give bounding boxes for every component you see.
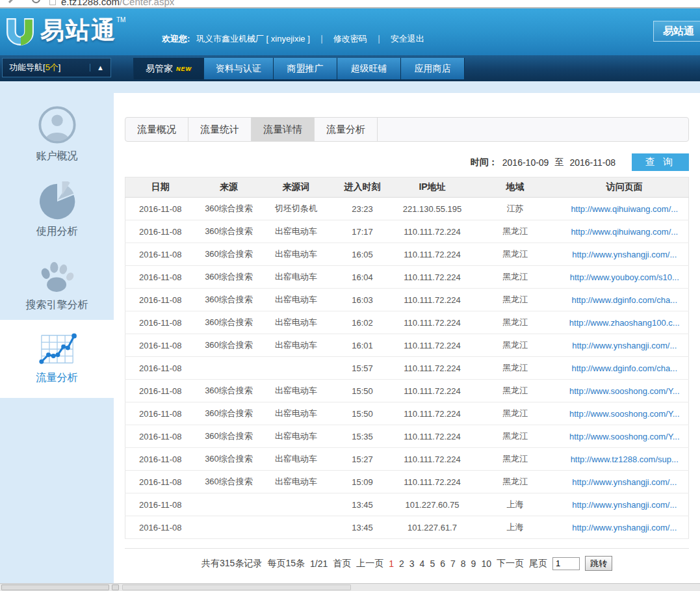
table-cell [263, 493, 330, 516]
table-cell: 360综合搜索 [196, 448, 263, 471]
visited-page-link[interactable]: http://www.dginfo.com/cha... [571, 363, 677, 373]
forward-icon[interactable] [3, 0, 16, 3]
visited-page-link[interactable]: http://www.zhaoshang100.c... [569, 318, 680, 328]
table-row: 2016-11-08360综合搜索出窑电动车17:17110.111.72.22… [125, 220, 689, 243]
table-cell: 出窑电动车 [263, 289, 330, 311]
sidebar-item-usage-analysis[interactable]: 使用分析 [0, 181, 114, 239]
tab-traffic-analysis[interactable]: 流量分析 [315, 118, 378, 141]
date-to-field[interactable]: 2016-11-08 [569, 157, 616, 168]
page-number-link[interactable]: 9 [471, 558, 476, 569]
visited-page-link[interactable]: http://www.ynshangji.com/... [572, 500, 677, 510]
table-row: 2016-11-08360综合搜索出窑电动车16:04110.111.72.22… [125, 266, 689, 289]
to-label: 至 [554, 157, 564, 168]
sidebar-item-search-engine-analysis[interactable]: 搜索引擎分析 [0, 258, 114, 312]
page-number-link[interactable]: 5 [430, 558, 435, 569]
table-cell: 110.111.72.224 [395, 425, 470, 448]
table-cell: 2016-11-08 [125, 266, 196, 289]
first-page-link[interactable]: 首页 [333, 558, 351, 570]
visited-page-link[interactable]: http://www.youboy.com/s10... [570, 272, 679, 282]
jump-button[interactable]: 跳转 [585, 556, 612, 571]
change-password-link[interactable]: 修改密码 [333, 34, 367, 44]
table-cell: 黑龙江 [470, 448, 561, 471]
table-cell: 2016-11-08 [125, 493, 196, 516]
function-nav-dropdown[interactable]: 功能导航[5个] ▲ [2, 58, 111, 77]
nav-tab-shangmeng[interactable]: 商盟推广 [274, 58, 337, 79]
visited-page-link[interactable]: http://www.qihuiwang.com/... [571, 204, 678, 214]
logo-tm: TM [116, 14, 125, 27]
search-button[interactable]: 查 询 [632, 153, 689, 171]
table-cell: 15:50 [330, 380, 395, 402]
prev-page-link[interactable]: 上一页 [356, 558, 383, 570]
table-cell: 101.227.61.7 [395, 516, 470, 539]
table-cell: 2016-11-08 [125, 425, 196, 448]
table-cell: 360综合搜索 [196, 425, 263, 448]
table-cell: 江苏 [470, 198, 561, 220]
page-number-link[interactable]: 4 [420, 558, 425, 569]
traffic-table: 日期 来源 来源词 进入时刻 IP地址 地域 访问页面 2016-11-0836… [125, 177, 689, 539]
visited-page-link[interactable]: http://www.ynshangji.com/... [572, 477, 677, 487]
page-number-link[interactable]: 10 [481, 558, 491, 569]
visited-page-link[interactable]: http://www.tz1288.com/sup... [571, 454, 679, 464]
table-cell: 101.227.60.75 [395, 493, 470, 516]
scrollbar-thumb[interactable] [1, 584, 109, 590]
visited-page-cell: http://www.sooshong.com/Y... [561, 380, 689, 402]
table-cell: 黑龙江 [470, 471, 561, 493]
visited-page-link[interactable]: http://www.ynshangji.com/... [572, 341, 677, 350]
tab-traffic-overview[interactable]: 流量概况 [125, 118, 188, 141]
visited-page-link[interactable]: http://www.qihuiwang.com/... [571, 227, 678, 237]
tab-traffic-detail[interactable]: 流量详情 [252, 118, 315, 141]
nav-tab-ziliao[interactable]: 资料与认证 [204, 58, 274, 79]
table-cell: 出窑电动车 [263, 425, 330, 448]
page-number-link[interactable]: 7 [450, 558, 456, 569]
page-number-link[interactable]: 8 [461, 558, 466, 569]
last-page-link[interactable]: 尾页 [529, 558, 547, 570]
collapse-arrow-icon[interactable]: ▲ [90, 64, 104, 72]
nav-tab-shangdian[interactable]: 应用商店 [401, 58, 465, 79]
page-number-link[interactable]: 2 [399, 558, 404, 569]
sidebar-item-traffic-analysis[interactable]: 流量分析 [0, 320, 114, 398]
visited-page-link[interactable]: http://www.sooshong.com/Y... [569, 386, 680, 396]
date-from-field[interactable]: 2016-10-09 [502, 157, 549, 168]
tab-traffic-stats[interactable]: 流量统计 [188, 118, 252, 141]
page-icon [49, 0, 56, 5]
table-cell: 2016-11-08 [125, 220, 196, 243]
table-cell: 110.111.72.224 [395, 289, 470, 311]
page-number-link[interactable]: 6 [440, 558, 445, 569]
sidebar-item-account-overview[interactable]: 账户概况 [0, 105, 114, 163]
table-cell: 上海 [470, 516, 561, 539]
table-cell: 切坯切条机 [263, 198, 330, 220]
table-row: 2016-11-08360综合搜索出窑电动车15:35110.111.72.22… [125, 425, 689, 448]
visited-page-link[interactable]: http://www.ynshangji.com/... [572, 250, 677, 259]
visited-page-link[interactable]: http://www.dginfo.com/cha... [571, 295, 677, 305]
reload-icon[interactable] [32, 0, 40, 3]
sidebar-item-label: 流量分析 [0, 371, 114, 385]
visited-page-cell: http://www.ynshangji.com/... [561, 334, 689, 357]
page-number-link[interactable]: 3 [409, 558, 415, 569]
table-cell: 360综合搜索 [196, 289, 263, 311]
scrollbar-thumb[interactable] [122, 584, 351, 590]
jump-page-input[interactable] [552, 557, 580, 570]
nav-tab-yiguanjia[interactable]: 易管家 NEW [133, 58, 204, 79]
total-records: 共有315条记录 [201, 558, 262, 570]
sidebar-item-label: 账户概况 [0, 150, 114, 163]
next-page-link[interactable]: 下一页 [497, 558, 524, 570]
visited-page-cell: http://www.ynshangji.com/... [561, 243, 689, 266]
visited-page-link[interactable]: http://www.sooshong.com/Y... [569, 432, 680, 441]
logout-link[interactable]: 安全退出 [391, 34, 424, 44]
yizhantong-button[interactable]: 易站通 [653, 21, 700, 42]
table-body: 2016-11-08360综合搜索切坯切条机23:23221.130.55.19… [125, 198, 689, 539]
visited-page-link[interactable]: http://www.sooshong.com/Y... [569, 409, 680, 419]
nav-tab-wangpu[interactable]: 超级旺铺 [337, 58, 401, 79]
page-number-link[interactable]: 1 [389, 558, 394, 569]
sidebar-item-label: 搜索引擎分析 [0, 298, 114, 312]
visited-page-cell: http://www.qihuiwang.com/... [561, 198, 689, 220]
table-cell: 110.111.72.224 [395, 402, 470, 425]
separator: ｜ [317, 34, 326, 44]
table-cell: 110.111.72.224 [395, 266, 470, 289]
visited-page-link[interactable]: http://www.ynshangji.com/... [572, 523, 677, 532]
line-chart-icon [36, 330, 78, 367]
table-cell: 出窑电动车 [263, 380, 330, 402]
table-cell [263, 516, 330, 539]
scrollbar-thumb[interactable] [112, 584, 119, 590]
browser-url-bar[interactable]: e.tz1288.com/Center.aspx [49, 0, 700, 8]
